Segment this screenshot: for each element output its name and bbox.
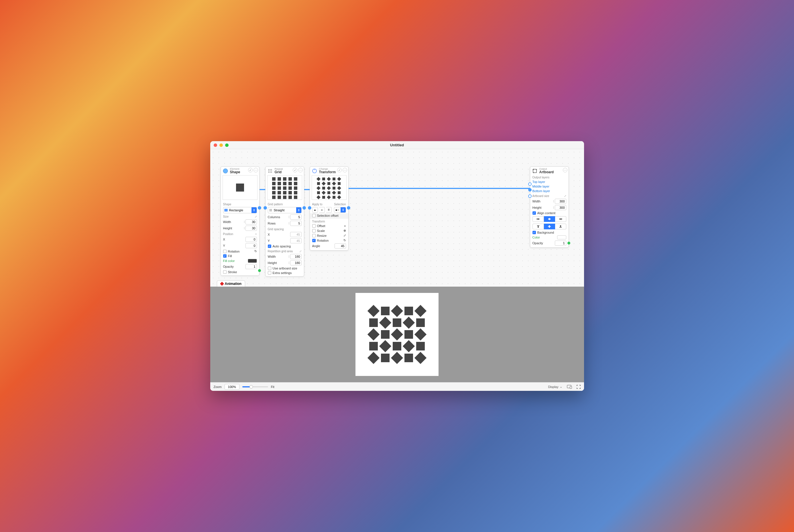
node-transform[interactable]: Change Transform ✓ ⋯ Apply to bbox=[310, 166, 348, 250]
height-label: Height bbox=[223, 227, 232, 230]
reset-icon[interactable]: ↻ bbox=[343, 239, 346, 242]
rectangle-icon bbox=[223, 208, 229, 212]
svg-rect-51 bbox=[317, 182, 320, 185]
node-menu-button[interactable]: ⋯ bbox=[298, 168, 303, 172]
middle-layer-port[interactable] bbox=[528, 188, 532, 192]
svg-rect-1 bbox=[225, 209, 227, 211]
transform-angle-input[interactable] bbox=[335, 243, 346, 249]
align-content-checkbox[interactable] bbox=[532, 211, 536, 215]
align-v-bottom-button[interactable] bbox=[555, 224, 566, 229]
node-shape[interactable]: Element Shape ✓ ⋯ Shape Rectangle Size⤢ … bbox=[221, 166, 260, 276]
top-layer-link[interactable]: Top layer bbox=[532, 180, 545, 184]
shape-select[interactable]: Rectangle bbox=[223, 207, 257, 213]
align-v-top-button[interactable] bbox=[532, 224, 544, 229]
extra-settings-checkbox[interactable] bbox=[268, 271, 271, 274]
artboard-opacity-input[interactable] bbox=[555, 241, 566, 246]
section-transform: Transform bbox=[312, 220, 325, 223]
svg-rect-54 bbox=[332, 182, 336, 186]
fullscreen-button[interactable] bbox=[576, 385, 581, 389]
rotation-checkbox[interactable] bbox=[223, 250, 227, 253]
svg-rect-20 bbox=[294, 182, 297, 185]
color-port[interactable] bbox=[567, 242, 570, 245]
grid-spacing-y-input[interactable] bbox=[290, 238, 302, 243]
target-icon[interactable]: ⊕ bbox=[343, 229, 346, 232]
grid-columns-input[interactable] bbox=[290, 214, 302, 220]
middle-layer-link[interactable]: Middle layer bbox=[532, 185, 549, 188]
bottom-layer-port[interactable] bbox=[528, 194, 532, 198]
node-menu-button[interactable]: ⋯ bbox=[563, 168, 567, 172]
expand-icon[interactable]: ⤢ bbox=[299, 250, 302, 253]
shape-height-input[interactable] bbox=[245, 226, 257, 231]
node-canvas[interactable]: Element Shape ✓ ⋯ Shape Rectangle Size⤢ … bbox=[210, 149, 584, 287]
zoom-input[interactable] bbox=[225, 384, 240, 390]
input-port[interactable] bbox=[264, 206, 267, 210]
scale-checkbox[interactable] bbox=[312, 229, 316, 232]
shape-y-input[interactable] bbox=[245, 243, 257, 248]
node-artboard[interactable]: Output Artboard ⋯ Output layers Top laye… bbox=[530, 166, 569, 248]
color-port[interactable] bbox=[258, 269, 261, 272]
add-icon[interactable]: + bbox=[344, 224, 346, 228]
devices-button[interactable] bbox=[567, 385, 572, 389]
background-checkbox[interactable] bbox=[532, 231, 536, 234]
node-grid[interactable]: Repeat Grid ✓ ⋯ Grid pattern bbox=[265, 166, 304, 277]
artboard-width-input[interactable] bbox=[555, 199, 566, 204]
add-icon[interactable]: + bbox=[255, 232, 257, 236]
selection-mode-select[interactable]: ●○ bbox=[334, 207, 346, 213]
offset-checkbox[interactable] bbox=[312, 224, 316, 228]
close-window-button[interactable] bbox=[214, 144, 217, 147]
minimize-window-button[interactable] bbox=[220, 144, 223, 147]
node-confirm-button[interactable]: ✓ bbox=[248, 168, 253, 172]
fit-button[interactable]: Fit bbox=[271, 385, 275, 388]
svg-rect-11 bbox=[272, 177, 276, 181]
expand-icon[interactable]: ⤢ bbox=[254, 215, 257, 218]
node-confirm-button[interactable]: ✓ bbox=[337, 168, 342, 172]
bottom-layer-link[interactable]: Bottom layer bbox=[532, 189, 550, 193]
shape-opacity-input[interactable] bbox=[245, 264, 257, 269]
resize-checkbox[interactable] bbox=[312, 234, 316, 238]
section-spacing: Grid spacing bbox=[268, 228, 284, 231]
zoom-window-button[interactable] bbox=[225, 144, 229, 147]
svg-rect-23 bbox=[283, 186, 286, 190]
node-menu-button[interactable]: ⋯ bbox=[343, 168, 347, 172]
grid-area-width-input[interactable] bbox=[290, 254, 302, 259]
svg-rect-34 bbox=[288, 195, 292, 199]
reset-icon[interactable]: ↻ bbox=[254, 249, 257, 253]
use-artboard-checkbox[interactable] bbox=[268, 267, 271, 270]
apply-four-button[interactable]: ⠶ bbox=[319, 207, 325, 213]
svg-rect-58 bbox=[326, 186, 330, 190]
apply-single-button[interactable]: ● bbox=[312, 207, 318, 213]
selection-offset-checkbox[interactable] bbox=[312, 214, 316, 217]
shape-x-input[interactable] bbox=[245, 237, 257, 242]
stroke-checkbox[interactable] bbox=[223, 270, 227, 274]
output-port[interactable] bbox=[347, 206, 350, 210]
output-port[interactable] bbox=[302, 206, 306, 210]
svg-rect-46 bbox=[316, 177, 320, 181]
grid-rows-input[interactable] bbox=[290, 221, 302, 226]
grid-area-height-input[interactable] bbox=[290, 260, 302, 265]
background-color-swatch[interactable] bbox=[557, 235, 566, 240]
auto-spacing-checkbox[interactable] bbox=[268, 245, 271, 248]
rotation-checkbox[interactable] bbox=[312, 239, 316, 242]
expand-icon[interactable]: ⤢ bbox=[564, 194, 566, 197]
shape-width-input[interactable] bbox=[245, 219, 257, 225]
tab-animation[interactable]: Animation bbox=[217, 280, 245, 287]
node-menu-button[interactable]: ⋯ bbox=[253, 168, 258, 172]
expand-icon[interactable]: ⤢ bbox=[343, 234, 346, 238]
grid-spacing-x-input[interactable] bbox=[290, 232, 302, 237]
apply-grid-button[interactable]: ⠿ bbox=[326, 207, 332, 213]
top-layer-port[interactable] bbox=[528, 183, 532, 186]
input-port[interactable] bbox=[308, 206, 311, 210]
output-port[interactable] bbox=[258, 206, 261, 210]
node-confirm-button[interactable]: ✓ bbox=[293, 168, 297, 172]
statusbar: Zoom Fit Display⌄ bbox=[210, 382, 584, 391]
fill-color-swatch[interactable] bbox=[248, 259, 257, 263]
align-h-center-button[interactable] bbox=[544, 216, 555, 222]
align-h-right-button[interactable] bbox=[555, 216, 566, 222]
grid-pattern-select[interactable]: Straight bbox=[268, 207, 302, 213]
align-h-left-button[interactable] bbox=[532, 216, 544, 222]
align-v-middle-button[interactable] bbox=[544, 224, 555, 229]
zoom-slider[interactable] bbox=[242, 386, 268, 387]
artboard-height-input[interactable] bbox=[555, 205, 566, 210]
display-menu[interactable]: Display⌄ bbox=[548, 385, 562, 388]
fill-checkbox[interactable] bbox=[223, 254, 227, 258]
